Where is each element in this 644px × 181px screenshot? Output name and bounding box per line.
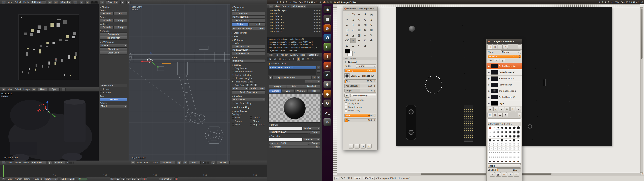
scene-layer-dot[interactable] [71, 163, 72, 164]
brush-item[interactable] [496, 126, 500, 130]
specular-shader-dropdown[interactable]: CookTorr [302, 138, 320, 141]
view-panel-title[interactable]: ▶View [232, 35, 266, 38]
brush-item[interactable] [516, 147, 520, 151]
lock-alpha-icon[interactable]: ▦ [500, 59, 505, 62]
mark-seam-button[interactable]: Mark Seam [100, 48, 127, 51]
item-name-field[interactable]: Plane.003 [232, 59, 266, 62]
duplicate-layer-button[interactable]: ⧉ [505, 107, 510, 112]
brush-item[interactable] [500, 134, 504, 138]
pin-icon[interactable]: ◇ [62, 88, 66, 91]
timeline-menu-playback[interactable]: Playback [33, 178, 42, 180]
browse-material-icon[interactable]: ● [268, 76, 272, 79]
brush-item[interactable] [500, 142, 504, 147]
vertices-smooth-button[interactable]: Smooth [100, 26, 114, 29]
flip-direction-button[interactable]: Flip Direction [100, 36, 127, 40]
faces-smooth-button[interactable]: Smooth [100, 12, 114, 15]
duplicate-brush-button[interactable]: ⧉ [502, 172, 507, 177]
brush-item[interactable] [512, 147, 516, 151]
brush-item[interactable] [512, 134, 516, 138]
scene-layer-dot[interactable] [94, 2, 95, 4]
new-layer-button[interactable]: ▣ [488, 107, 493, 112]
session-icon[interactable]: ⚙ [286, 1, 288, 3]
motion-tracking-panel-title[interactable]: ▶Motion Tracking [232, 106, 266, 108]
brush-item[interactable]: ✱ [512, 159, 516, 163]
play-button[interactable]: ▶ [126, 178, 131, 181]
visibility-toggle-icons[interactable]: ● ● ● [314, 10, 321, 11]
scene-layer-dot[interactable] [68, 163, 70, 164]
brush-item[interactable] [488, 138, 492, 142]
cursor-panel-title[interactable]: ▼3D Cursor [232, 39, 266, 42]
brush-item[interactable] [504, 147, 508, 151]
outliner-item[interactable]: ▸●World● ● ● [267, 12, 322, 15]
scissors-select-tool[interactable]: ✂ [344, 17, 350, 22]
rate-slider[interactable]: Rate80.0▲▼ [344, 114, 376, 117]
tool-shelf[interactable]: ▼Shading Faces: SmoothFlat Edges: Smooth… [98, 4, 129, 160]
network-icon[interactable]: ⇅ [276, 1, 278, 3]
clock[interactable]: Wed Sep 21 23:42:42 [293, 1, 317, 4]
brush-item[interactable] [508, 151, 512, 155]
specular-intensity-slider[interactable]: Intensity: 0.500 [269, 142, 309, 145]
render-still-icon[interactable]: ▣ [120, 1, 124, 4]
ink-tool[interactable]: ✒ [356, 38, 362, 43]
launcher-item-ubuntu-software[interactable]: ◈ [324, 62, 331, 70]
brush-item[interactable] [488, 130, 492, 134]
outline-selected-checkbox[interactable] [232, 74, 234, 76]
brush-item[interactable] [516, 126, 520, 130]
horizontal-scrollbar-thumb[interactable] [421, 173, 552, 175]
dynamics-options-expander[interactable]: ▶ Dynamics Options [343, 98, 377, 101]
brush-item[interactable] [516, 134, 520, 138]
item-panel-title[interactable]: ▼Item [232, 56, 266, 59]
brush-item[interactable] [496, 155, 500, 159]
brush-item[interactable] [492, 151, 496, 155]
scene-layer-dot[interactable] [72, 162, 74, 163]
visibility-eye-icon[interactable]: ◉ [488, 96, 490, 98]
window-title[interactable]: GIMP Image Editor [334, 1, 357, 4]
visibility-eye-icon[interactable]: ◉ [488, 78, 490, 80]
paint-mode-dropdown[interactable]: Normal [356, 64, 376, 68]
free-select-tool[interactable]: ∽ [356, 12, 362, 17]
brush-item[interactable] [500, 151, 504, 155]
layer-row[interactable]: ◉Pasted Layer #1 [486, 76, 522, 82]
lock-pixels-icon[interactable]: ✎ [494, 59, 499, 62]
brush-item[interactable]: ✱ [492, 159, 496, 163]
scene-layer-dot[interactable] [72, 163, 74, 164]
remove-material-slot-button[interactable]: − [317, 70, 321, 72]
layer-row[interactable]: ◉Layer [486, 100, 522, 106]
scene-layer-dot[interactable] [67, 163, 68, 164]
cursor-y-field[interactable]: Y: 27.39042cm [232, 48, 266, 52]
world-icon[interactable]: ◯ [282, 58, 286, 61]
edges-smooth-button[interactable]: Smooth [100, 19, 114, 22]
foreground-color-swatch[interactable] [345, 49, 350, 54]
transform-panel-title[interactable]: ▼Transform [232, 6, 266, 8]
scene-layer-dot[interactable] [70, 163, 71, 164]
info-menu-window[interactable]: Window [290, 54, 298, 56]
expand-icon[interactable]: ▸ [270, 16, 271, 17]
foreground-select-tool[interactable]: ◪ [350, 17, 356, 22]
brush-item[interactable] [508, 138, 512, 142]
ruler-corner[interactable] [333, 4, 337, 7]
action-dropdown[interactable]: Toggle [100, 104, 127, 108]
scene-layer-dot[interactable] [202, 163, 204, 164]
brush-item[interactable] [504, 151, 508, 155]
editor-type-icon[interactable]: ⊞ [131, 161, 135, 164]
editor-type-icon[interactable]: ⓘ [269, 54, 273, 57]
brush-item[interactable] [496, 130, 500, 134]
battery-icon[interactable]: ▮ [283, 1, 284, 3]
perspective-tool[interactable]: ▤ [356, 27, 362, 32]
operator-panel-title[interactable]: Select Mode [100, 84, 127, 87]
brush-item[interactable] [492, 147, 496, 151]
editor-type-icon[interactable]: ⊞ [2, 1, 6, 4]
jump-to-end-button[interactable]: ▶| [137, 178, 142, 181]
grid-floor-checkbox[interactable] [232, 84, 234, 86]
brush-item[interactable] [488, 142, 492, 147]
clone-tool[interactable]: ⧉ [362, 38, 368, 43]
battery-icon[interactable]: ▮ [605, 1, 606, 3]
paths-tool[interactable]: ∿ [356, 17, 362, 22]
window-minimize-button[interactable] [326, 1, 329, 3]
specular-panel-title[interactable]: ▼Specular [269, 135, 320, 138]
dodge-burn-tool[interactable]: ◑ [362, 43, 368, 48]
current-frame-line[interactable] [3, 165, 4, 177]
cage-transform-tool[interactable]: ▩ [368, 27, 374, 32]
apply-jitter-checkbox[interactable] [345, 102, 347, 105]
image-open-button[interactable]: Open [49, 88, 60, 91]
